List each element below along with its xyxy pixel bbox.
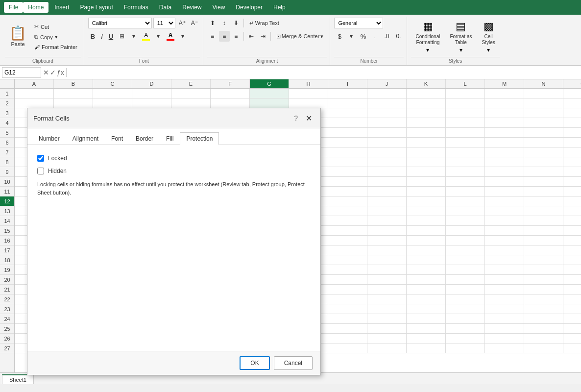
italic-button[interactable]: I — [98, 32, 105, 41]
insert-function-icon[interactable]: ƒx — [57, 69, 64, 76]
cell-K23[interactable] — [407, 304, 446, 314]
sheet-tab-sheet1[interactable]: Sheet1 — [2, 374, 34, 384]
increase-decimal-button[interactable]: .0 — [381, 31, 392, 42]
cell-I23[interactable] — [328, 304, 367, 314]
cell-C2[interactable] — [93, 98, 132, 108]
cell-M19[interactable] — [485, 265, 524, 275]
hidden-label[interactable]: Hidden — [48, 168, 67, 174]
cell-L15[interactable] — [446, 226, 485, 236]
cell-F1[interactable] — [211, 89, 250, 98]
cell-L4[interactable] — [446, 118, 485, 128]
row-header-26[interactable]: 26 — [0, 334, 14, 343]
cell-L16[interactable] — [446, 236, 485, 245]
cell-K25[interactable] — [407, 324, 446, 334]
col-header-O[interactable]: O — [563, 79, 581, 88]
menu-view[interactable]: View — [208, 2, 230, 13]
cell-J10[interactable] — [367, 177, 407, 187]
cell-L3[interactable] — [446, 108, 485, 118]
cell-O14[interactable] — [563, 216, 581, 226]
cell-M21[interactable] — [485, 285, 524, 294]
col-header-H[interactable]: H — [289, 79, 328, 88]
cell-J16[interactable] — [367, 236, 407, 245]
cell-I8[interactable] — [328, 157, 367, 167]
cell-M17[interactable] — [485, 245, 524, 255]
cell-K10[interactable] — [407, 177, 446, 187]
font-color-button[interactable]: A — [165, 31, 176, 42]
cell-M16[interactable] — [485, 236, 524, 245]
cell-N25[interactable] — [524, 324, 563, 334]
menu-insert[interactable]: Insert — [49, 2, 74, 13]
fill-color-dropdown[interactable]: ▾ — [153, 31, 164, 42]
increase-font-button[interactable]: A⁺ — [177, 18, 188, 28]
cell-J23[interactable] — [367, 304, 407, 314]
cell-O1[interactable] — [563, 89, 581, 98]
cell-I11[interactable] — [328, 187, 367, 196]
cell-K20[interactable] — [407, 275, 446, 285]
row-header-6[interactable]: 6 — [0, 138, 14, 147]
cell-O27[interactable] — [563, 343, 581, 353]
cell-J11[interactable] — [367, 187, 407, 196]
cell-B2[interactable] — [54, 98, 93, 108]
cell-N10[interactable] — [524, 177, 563, 187]
cell-L14[interactable] — [446, 216, 485, 226]
row-header-4[interactable]: 4 — [0, 118, 14, 128]
format-painter-button[interactable]: 🖌 Format Painter — [31, 43, 81, 51]
cell-K14[interactable] — [407, 216, 446, 226]
formula-input[interactable] — [69, 68, 579, 77]
cell-J25[interactable] — [367, 324, 407, 334]
cell-L19[interactable] — [446, 265, 485, 275]
cell-O11[interactable] — [563, 187, 581, 196]
cell-I1[interactable] — [328, 89, 367, 98]
cell-O23[interactable] — [563, 304, 581, 314]
cell-I20[interactable] — [328, 275, 367, 285]
cell-M14[interactable] — [485, 216, 524, 226]
row-header-15[interactable]: 15 — [0, 226, 14, 236]
cell-M6[interactable] — [485, 138, 524, 147]
cell-N3[interactable] — [524, 108, 563, 118]
row-header-22[interactable]: 22 — [0, 294, 14, 304]
cell-K12[interactable] — [407, 196, 446, 206]
cell-H2[interactable] — [289, 98, 328, 108]
number-format-select[interactable]: General — [334, 18, 383, 28]
col-header-A[interactable]: A — [15, 79, 54, 88]
row-header-25[interactable]: 25 — [0, 324, 14, 334]
copy-button[interactable]: ⧉ Copy ▾ — [31, 32, 81, 42]
cell-O26[interactable] — [563, 334, 581, 343]
cell-I10[interactable] — [328, 177, 367, 187]
cell-J12[interactable] — [367, 196, 407, 206]
locked-checkbox[interactable] — [37, 155, 44, 162]
cell-K22[interactable] — [407, 294, 446, 304]
cell-M25[interactable] — [485, 324, 524, 334]
cell-L23[interactable] — [446, 304, 485, 314]
cell-J9[interactable] — [367, 167, 407, 177]
cell-J5[interactable] — [367, 128, 407, 138]
align-bottom-button[interactable]: ⬇ — [231, 18, 242, 28]
col-header-G[interactable]: G — [250, 79, 289, 88]
cell-I18[interactable] — [328, 255, 367, 265]
currency-button[interactable]: $ — [334, 31, 345, 42]
col-header-J[interactable]: J — [367, 79, 407, 88]
cell-I14[interactable] — [328, 216, 367, 226]
cell-K1[interactable] — [407, 89, 446, 98]
dialog-tab-protection[interactable]: Protection — [180, 132, 219, 145]
ok-button[interactable]: OK — [240, 356, 269, 370]
cell-J8[interactable] — [367, 157, 407, 167]
cell-K21[interactable] — [407, 285, 446, 294]
cell-N23[interactable] — [524, 304, 563, 314]
cell-J19[interactable] — [367, 265, 407, 275]
cell-D2[interactable] — [132, 98, 171, 108]
cell-I3[interactable] — [328, 108, 367, 118]
col-header-M[interactable]: M — [485, 79, 524, 88]
cell-L9[interactable] — [446, 167, 485, 177]
cell-N8[interactable] — [524, 157, 563, 167]
row-header-7[interactable]: 7 — [0, 147, 14, 157]
dialog-tab-border[interactable]: Border — [129, 132, 160, 145]
row-header-12[interactable]: 12 — [0, 196, 14, 206]
cell-N11[interactable] — [524, 187, 563, 196]
cell-L1[interactable] — [446, 89, 485, 98]
cell-M3[interactable] — [485, 108, 524, 118]
cell-J14[interactable] — [367, 216, 407, 226]
cell-styles-button[interactable]: ▩ CellStyles ▾ — [477, 18, 499, 56]
menu-page-layout[interactable]: Page Layout — [75, 2, 118, 13]
cell-M1[interactable] — [485, 89, 524, 98]
